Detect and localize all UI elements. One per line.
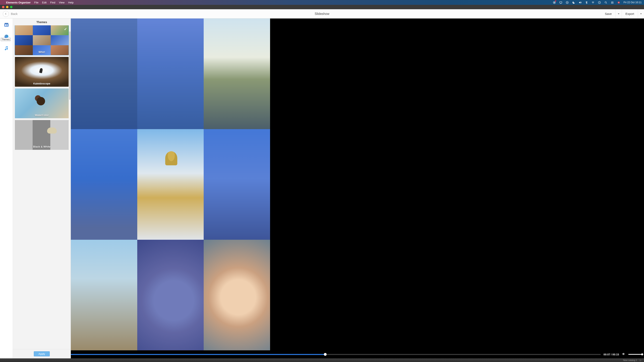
macos-menubar: Elements Organizer File Edit Find View H…: [0, 0, 644, 5]
theme-label: Whirl: [15, 50, 69, 53]
main-area: Themes Themes ✓ Whirl Kaleidoscope Water…: [0, 18, 644, 359]
playback-bar: 00:07 / 00:15: [71, 350, 644, 359]
svg-point-4: [593, 3, 593, 3]
save-dropdown[interactable]: [616, 9, 622, 18]
svg-point-18: [5, 37, 6, 38]
svg-point-17: [7, 35, 8, 36]
preview-canvas[interactable]: [71, 18, 644, 350]
catalog-name: New catalog 1: [623, 359, 637, 362]
svg-point-15: [5, 35, 6, 36]
panel-header: Themes: [13, 18, 71, 25]
themes-list[interactable]: ✓ Whirl Kaleidoscope WaterColor Black & …: [13, 25, 71, 349]
close-window-button[interactable]: [2, 6, 4, 8]
app-name[interactable]: Elements Organizer: [6, 1, 30, 4]
menu-help[interactable]: Help: [68, 1, 74, 4]
now-playing-icon[interactable]: [566, 1, 569, 4]
seek-thumb[interactable]: [324, 353, 327, 356]
do-not-disturb-icon[interactable]: [572, 1, 575, 4]
status-bar: New catalog 1: [0, 359, 644, 362]
page-title: Slideshow: [315, 12, 330, 16]
menu-file[interactable]: File: [34, 1, 38, 4]
svg-rect-9: [611, 2, 613, 3]
maximize-window-button[interactable]: [10, 6, 12, 8]
menu-edit[interactable]: Edit: [42, 1, 46, 4]
svg-rect-8: [612, 1, 613, 2]
volume-icon[interactable]: [622, 352, 626, 357]
slideshow-tabs: Themes: [0, 18, 13, 359]
svg-rect-14: [6, 24, 8, 26]
svg-rect-11: [4, 24, 8, 27]
apply-button[interactable]: Apply: [34, 351, 50, 356]
svg-point-6: [605, 1, 606, 3]
svg-rect-7: [611, 1, 612, 2]
back-label: Back: [11, 12, 18, 15]
theme-whirl[interactable]: ✓ Whirl: [15, 25, 69, 55]
control-center-icon[interactable]: [610, 1, 614, 4]
window-titlebar: [0, 5, 644, 9]
back-button[interactable]: [3, 11, 9, 17]
volume-icon[interactable]: [578, 1, 582, 4]
save-button[interactable]: Save: [601, 9, 615, 18]
check-icon: ✓: [64, 27, 67, 31]
screen-mirroring-icon[interactable]: [559, 1, 562, 4]
volume-thumb[interactable]: [641, 353, 643, 355]
theme-kaleidoscope[interactable]: Kaleidoscope: [15, 57, 69, 87]
theme-label: Black & White: [15, 145, 69, 148]
media-tab[interactable]: [3, 21, 10, 28]
menu-find[interactable]: Find: [50, 1, 55, 4]
bluetooth-icon[interactable]: [585, 1, 588, 4]
time-display: 00:07 / 00:15: [604, 353, 619, 356]
seek-fill: [71, 354, 325, 355]
time-machine-icon[interactable]: [598, 1, 601, 4]
svg-rect-13: [5, 24, 6, 26]
svg-point-16: [6, 35, 7, 35]
export-button[interactable]: Export: [622, 9, 638, 18]
theme-label: WaterColor: [15, 114, 69, 117]
clock[interactable]: Fri 22 Oct 10:11: [624, 1, 642, 4]
volume-slider[interactable]: [628, 354, 642, 355]
themes-panel: Themes ✓ Whirl Kaleidoscope WaterColor B…: [13, 18, 71, 359]
seek-bar[interactable]: [71, 354, 601, 355]
screen-record-icon[interactable]: [553, 1, 556, 4]
theme-label: Kaleidoscope: [15, 82, 69, 85]
minimize-window-button[interactable]: [6, 6, 8, 8]
scrollbar[interactable]: [69, 31, 71, 100]
theme-black-white[interactable]: Black & White: [15, 120, 69, 150]
export-dropdown[interactable]: [638, 9, 644, 18]
toolbar: Back Slideshow Save Export: [0, 9, 644, 18]
themes-tooltip: Themes: [1, 38, 10, 41]
wifi-icon[interactable]: [591, 1, 594, 4]
svg-rect-2: [560, 1, 562, 3]
svg-point-1: [554, 2, 555, 3]
app-status-icon[interactable]: [617, 1, 620, 4]
audio-tab[interactable]: [3, 45, 10, 52]
menu-view[interactable]: View: [59, 1, 64, 4]
slideshow-preview: 00:07 / 00:15: [71, 18, 644, 359]
resize-grip-icon[interactable]: [639, 359, 641, 361]
theme-watercolor[interactable]: WaterColor: [15, 88, 69, 118]
spotlight-icon[interactable]: [604, 1, 607, 4]
